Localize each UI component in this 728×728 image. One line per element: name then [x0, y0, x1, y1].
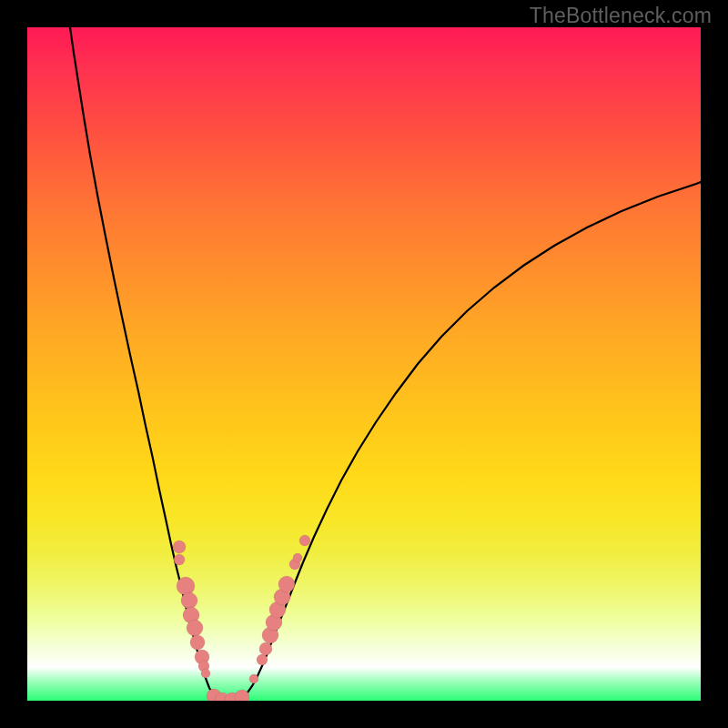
plot-svg	[27, 27, 701, 701]
bottleneck-curve	[70, 27, 701, 701]
plot-area	[27, 27, 701, 701]
data-markers	[173, 535, 310, 701]
chart-frame: TheBottleneck.com	[0, 0, 728, 728]
watermark-text: TheBottleneck.com	[530, 4, 712, 28]
